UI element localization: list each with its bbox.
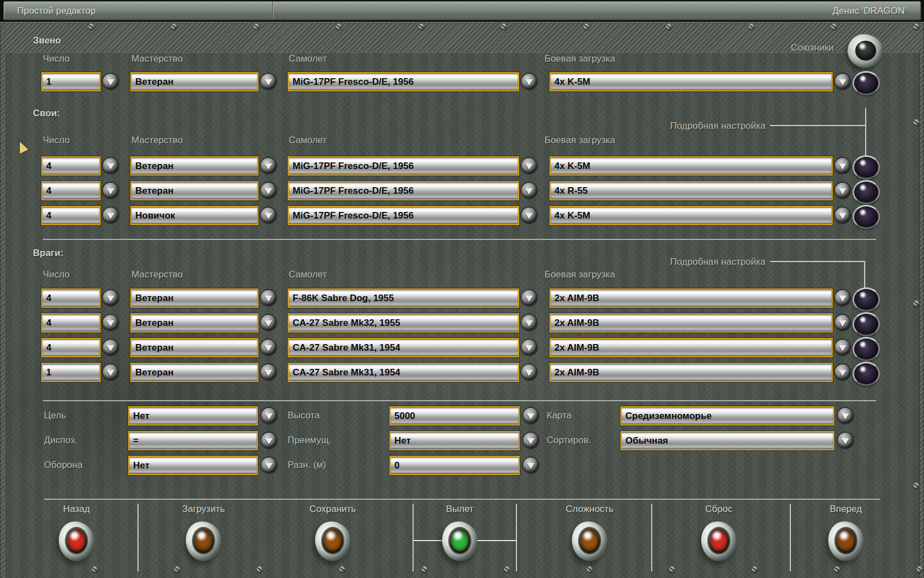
delta-dropdown-button[interactable] bbox=[523, 457, 538, 473]
loadout-dropdown-button[interactable] bbox=[835, 340, 850, 355]
target-field[interactable]: Нет bbox=[128, 406, 258, 426]
skill-dropdown-button[interactable] bbox=[261, 315, 276, 330]
detail-toggle-button[interactable] bbox=[853, 337, 880, 361]
skill-field[interactable]: Ветеран bbox=[130, 313, 258, 332]
load-button[interactable] bbox=[186, 521, 221, 561]
loadout-field[interactable]: 2x AIM-9B bbox=[549, 288, 833, 308]
plane-field[interactable]: CA-27 Sabre Mk31, 1954 bbox=[288, 338, 519, 357]
loadout-field[interactable]: 2x AIM-9B bbox=[549, 363, 833, 382]
count-dropdown-button[interactable] bbox=[103, 315, 118, 330]
count-dropdown-button[interactable] bbox=[103, 364, 118, 380]
detail-toggle-button[interactable] bbox=[853, 180, 880, 204]
plane-field[interactable]: MiG-17PF Fresco-D/E, 1956 bbox=[288, 206, 519, 225]
plane-dropdown-button[interactable] bbox=[521, 74, 537, 89]
loadout-field[interactable]: 2x AIM-9B bbox=[549, 313, 833, 332]
loadout-dropdown-button[interactable] bbox=[835, 290, 850, 306]
detail-toggle-button[interactable] bbox=[853, 155, 880, 179]
count-dropdown-button[interactable] bbox=[103, 208, 118, 223]
count-field[interactable]: 4 bbox=[41, 206, 101, 225]
skill-field[interactable]: Ветеран bbox=[130, 181, 258, 200]
sorting-dropdown-button[interactable] bbox=[838, 433, 853, 448]
loadout-field[interactable]: 2x AIM-9B bbox=[549, 338, 833, 357]
loadout-dropdown-button[interactable] bbox=[835, 208, 850, 223]
count-dropdown-button[interactable] bbox=[103, 340, 118, 355]
forward-button[interactable] bbox=[828, 521, 864, 561]
plane-field[interactable]: MiG-17PF Fresco-D/E, 1956 bbox=[288, 156, 519, 176]
count-field[interactable]: 1 bbox=[41, 363, 101, 382]
skill-dropdown-button[interactable] bbox=[261, 158, 276, 173]
skill-field[interactable]: Новичок bbox=[130, 206, 258, 225]
count-field[interactable]: 1 bbox=[41, 72, 101, 91]
flight-button[interactable] bbox=[442, 521, 477, 561]
detail-toggle-button[interactable] bbox=[853, 71, 880, 95]
count-dropdown-button[interactable] bbox=[103, 183, 118, 198]
count-field[interactable]: 4 bbox=[41, 181, 101, 200]
target-dropdown-button[interactable] bbox=[261, 408, 277, 423]
tab-simple-editor[interactable]: Простой редактор bbox=[3, 1, 282, 20]
count-dropdown-button[interactable] bbox=[103, 158, 118, 173]
plane-dropdown-button[interactable] bbox=[521, 290, 537, 306]
skill-dropdown-button[interactable] bbox=[261, 183, 276, 198]
skill-field[interactable]: Ветеран bbox=[130, 72, 258, 91]
loadout-field[interactable]: 4x K-5M bbox=[549, 156, 833, 176]
skill-field[interactable]: Ветеран bbox=[130, 156, 258, 176]
detail-toggle-button[interactable] bbox=[853, 362, 880, 386]
altitude-dropdown-button[interactable] bbox=[523, 408, 538, 423]
plane-field[interactable]: MiG-17PF Fresco-D/E, 1956 bbox=[288, 72, 519, 91]
detail-toggle-button[interactable] bbox=[853, 312, 880, 336]
plane-field[interactable]: CA-27 Sabre Mk32, 1955 bbox=[288, 313, 519, 332]
plane-field[interactable]: F-86K Sabre Dog, 1955 bbox=[288, 288, 519, 308]
screw-icon bbox=[669, 566, 675, 572]
loadout-dropdown-button[interactable] bbox=[835, 364, 850, 380]
loadout-dropdown-button[interactable] bbox=[835, 158, 850, 173]
skill-dropdown-button[interactable] bbox=[261, 364, 276, 380]
map-field[interactable]: Средиземноморье bbox=[620, 406, 834, 426]
count-field[interactable]: 4 bbox=[41, 156, 101, 176]
loadout-field[interactable]: 4x K-5M bbox=[549, 72, 833, 91]
skill-dropdown-button[interactable] bbox=[261, 290, 276, 306]
button-divider bbox=[516, 504, 517, 571]
count-field[interactable]: 4 bbox=[41, 338, 101, 357]
loadout-dropdown-button[interactable] bbox=[835, 74, 850, 89]
loadout-field[interactable]: 4x K-5M bbox=[549, 206, 833, 225]
plane-dropdown-button[interactable] bbox=[521, 364, 537, 380]
tab-player-name[interactable]: Денис 'DRAGON' bbox=[272, 1, 921, 20]
delta-field[interactable]: 0 bbox=[389, 456, 520, 475]
defense-dropdown-button[interactable] bbox=[261, 457, 277, 473]
difficulty-button[interactable] bbox=[572, 521, 607, 561]
sorting-field[interactable]: Обычная bbox=[620, 431, 834, 450]
skill-field[interactable]: Ветеран bbox=[130, 338, 258, 357]
back-button[interactable] bbox=[59, 521, 94, 561]
skill-dropdown-button[interactable] bbox=[261, 74, 276, 89]
advantage-field[interactable]: Нет bbox=[389, 431, 520, 450]
count-field[interactable]: 4 bbox=[41, 288, 101, 308]
disposition-field[interactable]: = bbox=[128, 431, 258, 450]
reset-button[interactable] bbox=[701, 521, 736, 561]
screw-icon bbox=[831, 23, 837, 30]
count-dropdown-button[interactable] bbox=[103, 290, 118, 306]
loadout-dropdown-button[interactable] bbox=[835, 315, 850, 330]
skill-dropdown-button[interactable] bbox=[261, 208, 276, 223]
plane-dropdown-button[interactable] bbox=[521, 340, 537, 355]
map-dropdown-button[interactable] bbox=[838, 408, 853, 423]
save-button[interactable] bbox=[315, 521, 350, 561]
plane-field[interactable]: CA-27 Sabre Mk31, 1954 bbox=[288, 363, 519, 382]
plane-dropdown-button[interactable] bbox=[521, 208, 537, 223]
detail-toggle-button[interactable] bbox=[853, 205, 880, 229]
count-field[interactable]: 4 bbox=[41, 313, 101, 332]
count-dropdown-button[interactable] bbox=[103, 74, 118, 89]
advantage-dropdown-button[interactable] bbox=[523, 433, 538, 448]
defense-field[interactable]: Нет bbox=[128, 456, 258, 475]
plane-dropdown-button[interactable] bbox=[521, 183, 537, 198]
detail-toggle-button[interactable] bbox=[853, 287, 880, 312]
altitude-field[interactable]: 5000 bbox=[389, 406, 520, 426]
disposition-dropdown-button[interactable] bbox=[261, 433, 277, 448]
plane-dropdown-button[interactable] bbox=[521, 158, 537, 173]
plane-field[interactable]: MiG-17PF Fresco-D/E, 1956 bbox=[288, 181, 519, 200]
skill-dropdown-button[interactable] bbox=[261, 340, 276, 355]
loadout-dropdown-button[interactable] bbox=[835, 183, 850, 198]
loadout-field[interactable]: 4x R-55 bbox=[549, 181, 833, 200]
skill-field[interactable]: Ветеран bbox=[130, 288, 258, 308]
plane-dropdown-button[interactable] bbox=[521, 315, 537, 330]
skill-field[interactable]: Ветеран bbox=[130, 363, 258, 382]
